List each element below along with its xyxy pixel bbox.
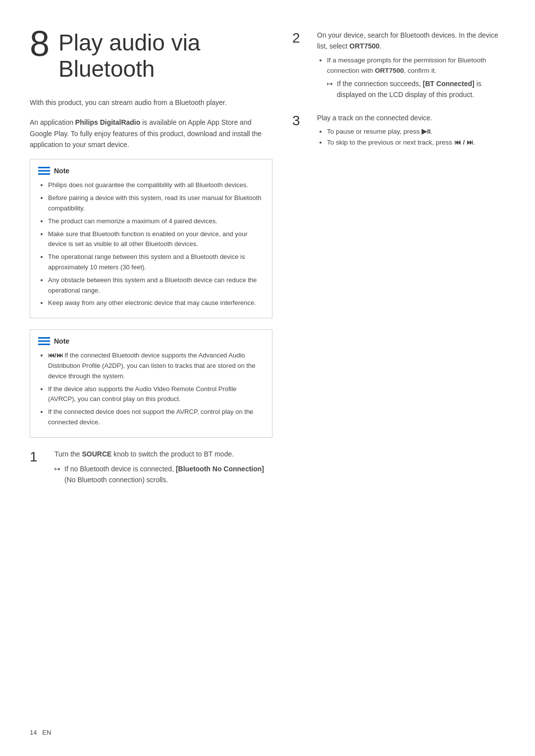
step-1-section: 1 Turn the SOURCE knob to switch the pro… <box>30 449 272 486</box>
step2-text-pre: On your device, search for Bluetooth dev… <box>317 31 498 50</box>
note1-item-1: Philips does not guarantee the compatibi… <box>48 180 264 191</box>
intro-paragraph2: An application Philips DigitalRadio is a… <box>30 117 272 150</box>
note2-item-3: If the connected device does not support… <box>48 407 264 428</box>
intro-p2-pre: An application <box>30 118 75 126</box>
step1-subitems: ↦ If no Bluetooth device is connected, [… <box>54 463 272 486</box>
step3-subitems: To pause or resume play, press ▶II. To s… <box>317 126 505 148</box>
note2-item-2: If the device also supports the Audio Vi… <box>48 384 264 405</box>
step1-bold: SOURCE <box>82 450 112 458</box>
step-1-content: Turn the SOURCE knob to switch the produ… <box>54 449 272 486</box>
chapter-heading: 8 Play audio via Bluetooth <box>30 30 272 82</box>
note2-item-1: ⏮/⏭ If the connected Bluetooth device su… <box>48 351 264 381</box>
note1-item-4: Make sure that Bluetooth function is ena… <box>48 229 264 250</box>
step1-text-pre: Turn the <box>54 450 82 458</box>
note1-label: Note <box>54 167 69 175</box>
note-icon-2 <box>38 337 50 346</box>
note1-item-7: Keep away from any other electronic devi… <box>48 298 264 308</box>
svg-rect-1 <box>38 170 50 172</box>
left-column: 8 Play audio via Bluetooth With this pro… <box>30 30 272 498</box>
svg-rect-4 <box>38 341 50 342</box>
step-1: 1 Turn the SOURCE knob to switch the pro… <box>30 449 272 486</box>
note1-item-5: The operational range between this syste… <box>48 252 264 273</box>
step2-arrow-list: ↦ If the connection succeeds, [BT Connec… <box>317 78 505 101</box>
right-column: 2 On your device, search for Bluetooth d… <box>292 30 505 498</box>
footer-page-number: 14 <box>30 729 37 736</box>
note2-header: Note <box>38 337 264 346</box>
note1-item-2: Before pairing a device with this system… <box>48 193 264 214</box>
note-icon-1 <box>38 166 50 175</box>
note2-list: ⏮/⏭ If the connected Bluetooth device su… <box>38 351 264 428</box>
step3-main-text: Play a track on the connected device. <box>317 114 432 122</box>
title-line1: Play audio via <box>58 30 200 55</box>
step-2-content: On your device, search for Bluetooth dev… <box>317 30 505 101</box>
step2-bullet-1: If a message prompts for the permission … <box>327 55 505 76</box>
step-3-content: Play a track on the connected device. To… <box>317 112 505 148</box>
step2-text-post: . <box>379 42 381 50</box>
note2-label: Note <box>54 337 69 345</box>
footer-lang: EN <box>42 729 51 736</box>
footer: 14 EN <box>30 729 51 736</box>
step2-subitems: If a message prompts for the permission … <box>317 55 505 76</box>
intro-p2-app: Philips DigitalRadio <box>75 118 140 126</box>
step-2: 2 On your device, search for Bluetooth d… <box>292 30 505 101</box>
step1-text-post: knob to switch the product to BT mode. <box>111 450 233 458</box>
step2-arrow-text: If the connection succeeds, [BT Connecte… <box>337 80 482 99</box>
step2-bold: ORT7500 <box>349 42 379 50</box>
step1-arrow-text: If no Bluetooth device is connected, [Bl… <box>64 465 264 484</box>
step3-bullet-2: To skip to the previous or next track, p… <box>327 137 505 148</box>
chapter-number: 8 <box>30 26 50 61</box>
step-2-section: 2 On your device, search for Bluetooth d… <box>292 30 505 101</box>
step-1-number: 1 <box>30 449 48 465</box>
step-2-number: 2 <box>292 30 310 47</box>
svg-rect-3 <box>38 337 50 339</box>
step2-arrow-item: ↦ If the connection succeeds, [BT Connec… <box>327 78 505 101</box>
note1-item-6: Any obstacle between this system and a B… <box>48 275 264 296</box>
step3-bullet-1: To pause or resume play, press ▶II. <box>327 126 505 137</box>
title-line2: Bluetooth <box>58 56 155 82</box>
note-box-2: Note ⏮/⏭ If the connected Bluetooth devi… <box>30 329 272 438</box>
step-3-number: 3 <box>292 112 310 129</box>
step1-arrow-item: ↦ If no Bluetooth device is connected, [… <box>54 463 272 486</box>
step-3-section: 3 Play a track on the connected device. … <box>292 112 505 148</box>
note-box-1: Note Philips does not guarantee the comp… <box>30 159 272 318</box>
svg-rect-2 <box>38 173 50 175</box>
intro-paragraph1: With this product, you can stream audio … <box>30 97 272 108</box>
note1-header: Note <box>38 166 264 175</box>
chapter-title: Play audio via Bluetooth <box>58 30 200 82</box>
step-3: 3 Play a track on the connected device. … <box>292 112 505 148</box>
svg-rect-0 <box>38 167 50 168</box>
note1-list: Philips does not guarantee the compatibi… <box>38 180 264 308</box>
svg-rect-5 <box>38 344 50 345</box>
note1-item-3: The product can memorize a maximum of 4 … <box>48 216 264 227</box>
